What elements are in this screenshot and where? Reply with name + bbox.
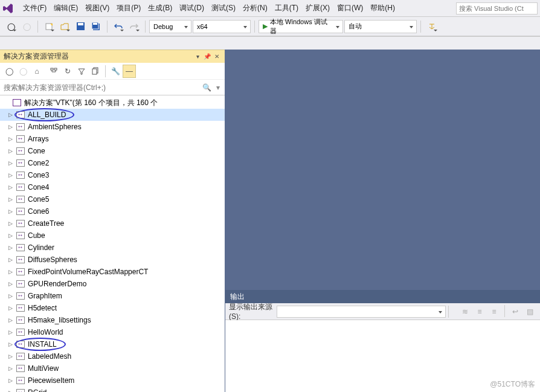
caret-icon[interactable]: ▷ [8, 341, 16, 347]
sync-icon[interactable]: ↻ [61, 65, 74, 78]
forward-nav-button[interactable]: ◯ [19, 19, 34, 34]
config-combo[interactable]: Debug [149, 20, 191, 33]
save-all-button[interactable] [89, 19, 103, 34]
project-node[interactable]: ▷ALL_BUILD [0, 109, 225, 121]
home-icon[interactable]: ⌂ [30, 65, 43, 78]
toggle-icon[interactable]: ▤ [523, 305, 536, 318]
menu-item[interactable]: 生成(B) [144, 1, 176, 16]
caret-icon[interactable]: ▷ [8, 329, 16, 335]
caret-icon[interactable]: ▷ [8, 281, 16, 287]
caret-icon[interactable]: ▷ [8, 124, 16, 130]
output-source-combo[interactable] [277, 306, 446, 318]
project-node[interactable]: ▷Cone [0, 145, 225, 157]
menu-item[interactable]: 工具(T) [271, 1, 302, 16]
solution-node[interactable]: 解决方案"VTK"(第 160 个项目，共 160 个 [0, 97, 225, 109]
switch-views-icon[interactable] [47, 65, 60, 78]
open-file-button[interactable] [57, 19, 72, 34]
caret-icon[interactable]: ▷ [8, 136, 16, 142]
caret-icon[interactable]: ▷ [8, 184, 16, 190]
caret-icon[interactable]: ▷ [8, 269, 16, 275]
step-into-button[interactable] [425, 19, 439, 34]
caret-icon[interactable]: ▷ [8, 305, 16, 311]
caret-icon[interactable]: ▷ [8, 257, 16, 263]
caret-icon[interactable]: ▷ [8, 148, 16, 154]
forward-button[interactable]: ◯ [16, 65, 30, 78]
auto-combo[interactable]: 自动 [344, 20, 417, 33]
output-text-area[interactable] [225, 320, 540, 392]
project-node[interactable]: ▷CreateTree [0, 217, 225, 230]
project-node[interactable]: ▷HelloWorld [0, 326, 225, 338]
solution-tree[interactable]: 解决方案"VTK"(第 160 个项目，共 160 个 ▷ALL_BUILD▷A… [0, 95, 225, 392]
project-node[interactable]: ▷Cylinder [0, 242, 225, 254]
menu-item[interactable]: 文件(F) [19, 1, 50, 16]
project-node[interactable]: ▷H5make_libsettings [0, 314, 225, 326]
menu-item[interactable]: 测试(S) [208, 1, 239, 16]
project-node[interactable]: ▷MultiView [0, 362, 225, 374]
caret-icon[interactable]: ▷ [8, 317, 16, 323]
menu-item[interactable]: 扩展(X) [302, 1, 333, 16]
panel-menu-icon[interactable]: ▾ [193, 53, 202, 61]
search-icon[interactable]: 🔍 [200, 83, 214, 92]
redo-button[interactable] [127, 19, 141, 34]
project-node[interactable]: ▷Arrays [0, 133, 225, 145]
project-node[interactable]: ▷RGrid [0, 387, 225, 392]
solution-search-input[interactable] [2, 82, 200, 93]
properties-icon[interactable]: 🔧 [109, 65, 122, 78]
project-node[interactable]: ▷AmbientSpheres [0, 121, 225, 133]
project-node[interactable]: ▷Cone6 [0, 205, 225, 217]
menu-item[interactable]: 分析(N) [239, 1, 271, 16]
caret-icon[interactable]: ▷ [8, 208, 16, 214]
caret-icon[interactable]: ▷ [8, 365, 16, 371]
show-all-files-icon[interactable] [89, 65, 102, 78]
caret-icon[interactable]: ▷ [8, 378, 16, 384]
menu-item[interactable]: 窗口(W) [333, 1, 367, 16]
wrap-icon[interactable]: ↩ [509, 305, 522, 318]
caret-icon[interactable]: ▷ [8, 160, 16, 166]
menu-item[interactable]: 编辑(E) [50, 1, 82, 16]
back-button[interactable]: ◯ [2, 65, 16, 78]
menu-item[interactable]: 视图(V) [82, 1, 113, 16]
project-node[interactable]: ▷H5detect [0, 302, 225, 314]
pin-icon[interactable]: 📌 [203, 53, 211, 61]
debug-target-combo[interactable]: ▶本地 Windows 调试器 [259, 20, 343, 33]
close-icon[interactable]: ✕ [213, 53, 221, 61]
project-node[interactable]: ▷LabeledMesh [0, 350, 225, 362]
project-node[interactable]: ▷DiffuseSpheres [0, 254, 225, 266]
menu-item[interactable]: 项目(P) [113, 1, 144, 16]
output-titlebar[interactable]: 输出 [225, 290, 540, 303]
project-node[interactable]: ▷GraphItem [0, 290, 225, 302]
project-node[interactable]: ▷Cone5 [0, 193, 225, 205]
caret-icon[interactable]: ▷ [8, 390, 16, 392]
clear-output-icon[interactable]: ≋ [458, 305, 472, 318]
menu-item[interactable]: 帮助(H) [367, 1, 399, 16]
project-node[interactable]: ▷Cone3 [0, 169, 225, 181]
solution-explorer-titlebar[interactable]: 解决方案资源管理器 ▾ 📌 ✕ [0, 50, 225, 63]
caret-icon[interactable]: ▷ [8, 353, 16, 359]
caret-icon[interactable]: ▷ [8, 112, 16, 118]
indent-right-icon[interactable]: ≡ [487, 305, 501, 318]
search-options-icon[interactable]: ▾ [214, 83, 222, 92]
caret-icon[interactable]: ▷ [8, 233, 16, 239]
project-node[interactable]: ▷INSTALL [0, 338, 225, 350]
quick-search-input[interactable] [456, 2, 538, 14]
caret-icon[interactable]: ▷ [8, 245, 16, 251]
project-node[interactable]: ▷Cone4 [0, 181, 225, 193]
caret-icon[interactable]: ▷ [8, 196, 16, 202]
project-node[interactable]: ▷PiecewiseItem [0, 374, 225, 387]
solution-search[interactable]: 🔍 ▾ [0, 80, 225, 95]
project-node[interactable]: ▷FixedPointVolumeRayCastMapperCT [0, 266, 225, 278]
project-node[interactable]: ▷GPURenderDemo [0, 278, 225, 290]
project-node[interactable]: ▷Cube [0, 230, 225, 242]
back-nav-button[interactable]: ◯ [4, 19, 18, 34]
caret-icon[interactable]: ▷ [8, 293, 16, 299]
caret-icon[interactable]: ▷ [8, 172, 16, 178]
indent-left-icon[interactable]: ≡ [473, 305, 486, 318]
platform-combo[interactable]: x64 [193, 20, 251, 33]
caret-icon[interactable]: ▷ [8, 220, 16, 227]
filter-icon[interactable] [75, 65, 88, 78]
project-node[interactable]: ▷Cone2 [0, 157, 225, 169]
preview-selected-icon[interactable]: — [123, 65, 136, 78]
menu-item[interactable]: 调试(D) [176, 1, 208, 16]
save-button[interactable] [73, 19, 88, 34]
undo-button[interactable] [111, 19, 126, 34]
